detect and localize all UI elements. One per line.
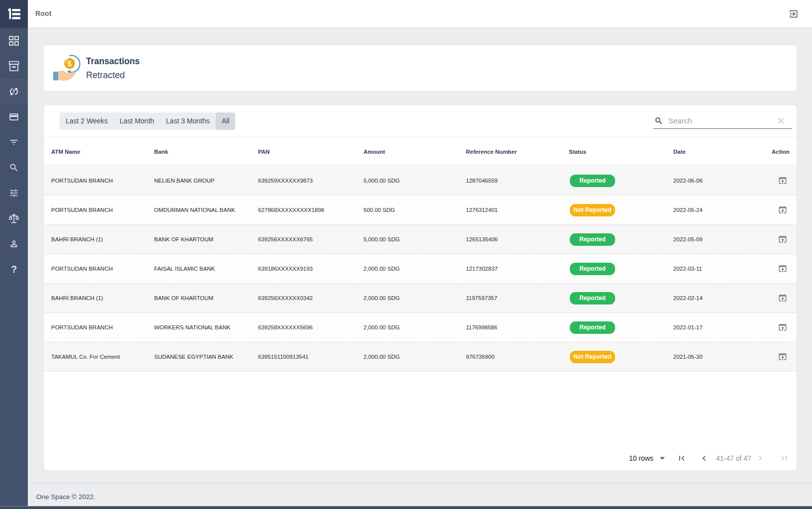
svg-text:$: $	[68, 60, 72, 68]
